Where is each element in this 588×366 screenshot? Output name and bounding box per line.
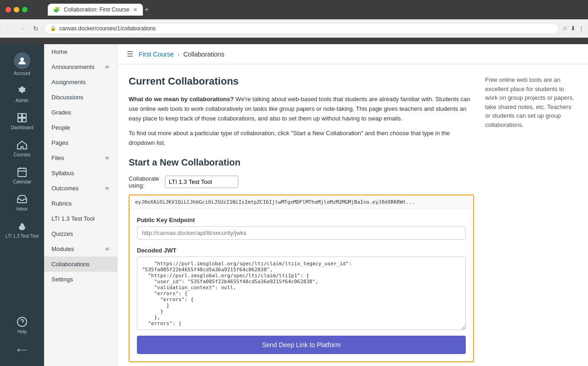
course-nav: Home Announcements 👁 Assignments Discuss… [44, 44, 118, 366]
lock-icon: 🔒 [50, 25, 57, 31]
browser-tab[interactable]: 🧩 Collaboration: First Course ✕ [48, 4, 143, 16]
more-icon[interactable]: ⋮ [578, 25, 584, 32]
close-dot[interactable] [6, 7, 11, 12]
nav-item-assignments[interactable]: Assignments [44, 74, 117, 90]
nav-item-pages[interactable]: Pages [44, 135, 117, 150]
unicorn-icon [17, 221, 28, 232]
minimize-dot[interactable] [14, 7, 19, 12]
refresh-button[interactable]: ↻ [31, 23, 40, 34]
toolbar-icons: ☆ ⬇ ⋮ [562, 25, 584, 32]
start-collab-title: Start a New Collaboration [129, 157, 474, 168]
help-label: Help [17, 329, 27, 334]
sidebar-item-admin[interactable]: Admin [0, 80, 44, 108]
content-main: Current Collaborations What do we mean b… [129, 75, 474, 362]
tab-title: Collaboration: First Course [64, 6, 130, 13]
content-header: ☰ First Course › Collaborations [118, 44, 588, 64]
hamburger-button[interactable]: ☰ [127, 50, 133, 58]
public-key-label: Public Key Endpoint [137, 217, 466, 223]
collapse-icon: ⟵ [17, 345, 28, 354]
lti-token-scroll: eyJ0eXAiOiJKV1QiLCJhbGciOiJSUzI1NiIsImtp… [130, 195, 473, 209]
tab-close-icon[interactable]: ✕ [133, 7, 137, 13]
account-label: Account [14, 71, 30, 76]
sidebar-item-inbox[interactable]: Inbox [0, 189, 44, 216]
help-icon [17, 316, 28, 327]
send-deep-link-button[interactable]: Send Deep Link to Platform [137, 336, 466, 354]
admin-label: Admin [16, 98, 28, 103]
nav-item-grades[interactable]: Grades [44, 105, 117, 120]
main-content: ☰ First Course › Collaborations Current … [118, 44, 588, 366]
svg-rect-1 [18, 114, 22, 117]
svg-marker-11 [21, 222, 23, 224]
content-body: Current Collaborations What do we mean b… [118, 64, 588, 366]
inbox-icon [17, 194, 28, 205]
nav-item-announcements[interactable]: Announcements 👁 [44, 59, 117, 74]
browser-titlebar: 🧩 Collaboration: First Course ✕ + [0, 0, 588, 19]
nav-item-lti-test-tool[interactable]: LTI 1.3 Test Tool [44, 211, 117, 226]
public-key-input[interactable] [137, 226, 466, 240]
collab-description-2: To find out more about a particular type… [129, 129, 474, 148]
admin-icon [17, 85, 28, 96]
svg-rect-3 [18, 118, 22, 122]
nav-item-syllabus[interactable]: Syllabus [44, 166, 117, 181]
nav-item-files[interactable]: Files 👁 [44, 150, 117, 166]
bookmark-icon[interactable]: ☆ [562, 25, 568, 32]
svg-rect-5 [18, 168, 26, 177]
lti-test-tool-label: LTI 1.3 Test Tool [6, 234, 39, 239]
dashboard-label: Dashboard [11, 125, 34, 130]
content-sidebar: Free online web tools are an excellent p… [485, 75, 577, 362]
account-avatar [14, 52, 30, 69]
collaborate-select[interactable]: LTI 1.3 Test Tool [165, 176, 238, 188]
modules-visibility-icon[interactable]: 👁 [105, 246, 110, 252]
browser-dots [6, 7, 28, 12]
breadcrumb-separator: › [177, 51, 180, 58]
sidebar-item-dashboard[interactable]: Dashboard [0, 108, 44, 135]
inbox-label: Inbox [17, 206, 28, 212]
download-icon[interactable]: ⬇ [571, 25, 576, 32]
files-visibility-icon[interactable]: 👁 [105, 155, 110, 161]
calendar-label: Calendar [13, 179, 32, 184]
announcements-visibility-icon[interactable]: 👁 [105, 64, 110, 70]
breadcrumb-course[interactable]: First Course [139, 51, 174, 58]
nav-item-collaborations[interactable]: Collaborations [44, 257, 117, 272]
sidebar-item-account[interactable]: Account [0, 48, 44, 80]
svg-rect-4 [23, 118, 26, 122]
dashboard-icon [17, 112, 28, 123]
address-bar[interactable]: 🔒 canvas.docker/courses/1/collaborations [44, 23, 559, 34]
nav-item-settings[interactable]: Settings [44, 272, 117, 287]
collaborate-row: Collaborate using: LTI 1.3 Test Tool [129, 175, 474, 189]
decoded-jwt-textarea[interactable]: "https://purl.imsglobal.org/spec/lti/cla… [137, 257, 466, 330]
nav-item-people[interactable]: People [44, 120, 117, 135]
nav-item-quizzes[interactable]: Quizzes [44, 226, 117, 241]
sidebar-info-text: Free online web tools are an excellent p… [485, 75, 577, 129]
decoded-jwt-label: Decoded JWT [137, 247, 466, 254]
back-button[interactable]: ← [4, 23, 14, 34]
icon-sidebar: Account Admin Dashboard Courses Calendar [0, 44, 44, 366]
maximize-dot[interactable] [22, 7, 28, 12]
outcomes-visibility-icon[interactable]: 👁 [105, 186, 110, 191]
breadcrumb: First Course › Collaborations [139, 51, 224, 58]
sidebar-item-courses[interactable]: Courses [0, 135, 44, 162]
sidebar-collapse-button[interactable]: ⟵ [13, 341, 31, 359]
nav-item-rubrics[interactable]: Rubrics [44, 196, 117, 211]
browser-chrome: 🧩 Collaboration: First Course ✕ + ← → ↻ … [0, 0, 588, 44]
nav-item-modules[interactable]: Modules 👁 [44, 241, 117, 257]
nav-item-outcomes[interactable]: Outcomes 👁 [44, 181, 117, 196]
what-label: What do we mean by collaborations? [129, 96, 234, 103]
app: Account Admin Dashboard Courses Calendar [0, 44, 588, 366]
current-collab-title: Current Collaborations [129, 75, 474, 87]
sidebar-item-calendar[interactable]: Calendar [0, 162, 44, 189]
nav-item-discussions[interactable]: Discussions [44, 90, 117, 105]
calendar-icon [17, 166, 28, 177]
sidebar-item-lti-test-tool[interactable]: LTI 1.3 Test Tool [0, 216, 44, 244]
sidebar-bottom: Help ⟵ [13, 312, 31, 362]
sidebar-item-help[interactable]: Help [13, 312, 31, 339]
new-tab-button[interactable]: + [145, 6, 149, 14]
browser-tab-bar: 🧩 Collaboration: First Course ✕ + [44, 4, 153, 16]
svg-point-0 [20, 57, 24, 61]
collaborate-label: Collaborate using: [129, 175, 159, 189]
url-text: canvas.docker/courses/1/collaborations [59, 25, 156, 32]
courses-icon [17, 139, 28, 150]
forward-button[interactable]: → [17, 23, 28, 34]
collab-description-1: What do we mean by collaborations? We're… [129, 95, 474, 123]
nav-item-home[interactable]: Home [44, 44, 117, 59]
